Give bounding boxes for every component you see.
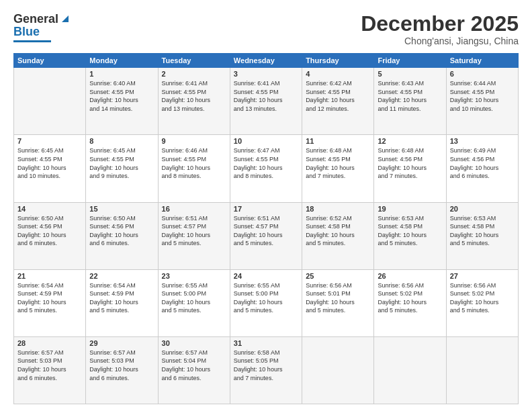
table-row: 13Sunrise: 6:49 AM Sunset: 4:56 PM Dayli…: [446, 135, 518, 202]
day-number: 29: [89, 339, 154, 347]
table-row: 2Sunrise: 6:41 AM Sunset: 4:55 PM Daylig…: [158, 68, 230, 135]
day-info: Sunrise: 6:51 AM Sunset: 4:57 PM Dayligh…: [162, 214, 226, 248]
day-number: 25: [306, 272, 370, 280]
day-number: 14: [17, 205, 82, 213]
day-number: 21: [17, 272, 82, 280]
table-row: 16Sunrise: 6:51 AM Sunset: 4:57 PM Dayli…: [158, 202, 230, 269]
day-number: 8: [89, 137, 154, 145]
logo-underline: [13, 40, 51, 42]
table-row: 9Sunrise: 6:46 AM Sunset: 4:55 PM Daylig…: [158, 135, 230, 202]
day-number: 18: [306, 205, 370, 213]
table-row: 1Sunrise: 6:40 AM Sunset: 4:55 PM Daylig…: [86, 68, 158, 135]
subtitle: Chong'ansi, Jiangsu, China: [361, 36, 519, 46]
day-number: 15: [89, 205, 154, 213]
header-monday: Monday: [86, 54, 158, 68]
day-number: 10: [234, 137, 298, 145]
day-info: Sunrise: 6:48 AM Sunset: 4:55 PM Dayligh…: [306, 146, 370, 180]
day-number: 23: [162, 272, 226, 280]
day-number: 5: [378, 70, 442, 78]
day-info: Sunrise: 6:43 AM Sunset: 4:55 PM Dayligh…: [378, 79, 442, 113]
day-info: Sunrise: 6:57 AM Sunset: 5:03 PM Dayligh…: [89, 349, 154, 382]
day-number: 28: [17, 339, 82, 347]
table-row: 12Sunrise: 6:48 AM Sunset: 4:56 PM Dayli…: [374, 135, 446, 202]
day-number: 20: [450, 205, 515, 213]
day-number: 9: [162, 137, 226, 145]
day-info: Sunrise: 6:41 AM Sunset: 4:55 PM Dayligh…: [162, 79, 226, 113]
day-info: Sunrise: 6:55 AM Sunset: 5:00 PM Dayligh…: [234, 281, 298, 315]
day-info: Sunrise: 6:44 AM Sunset: 4:55 PM Dayligh…: [450, 79, 515, 113]
day-info: Sunrise: 6:42 AM Sunset: 4:55 PM Dayligh…: [306, 79, 370, 113]
table-row: 26Sunrise: 6:56 AM Sunset: 5:02 PM Dayli…: [374, 269, 446, 336]
page: General Blue December 2025 Chong'ansi, J…: [0, 0, 532, 411]
day-info: Sunrise: 6:53 AM Sunset: 4:58 PM Dayligh…: [378, 214, 442, 248]
day-info: Sunrise: 6:51 AM Sunset: 4:57 PM Dayligh…: [234, 214, 298, 248]
day-number: 11: [306, 137, 370, 145]
day-info: Sunrise: 6:54 AM Sunset: 4:59 PM Dayligh…: [89, 281, 154, 315]
day-info: Sunrise: 6:53 AM Sunset: 4:58 PM Dayligh…: [450, 214, 515, 248]
day-info: Sunrise: 6:52 AM Sunset: 4:58 PM Dayligh…: [306, 214, 370, 248]
day-info: Sunrise: 6:56 AM Sunset: 5:02 PM Dayligh…: [378, 281, 442, 315]
day-number: 4: [306, 70, 370, 78]
header-friday: Friday: [374, 54, 446, 68]
day-number: 1: [89, 70, 154, 78]
title-section: December 2025 Chong'ansi, Jiangsu, China: [361, 12, 519, 46]
table-row: 23Sunrise: 6:55 AM Sunset: 5:00 PM Dayli…: [158, 269, 230, 336]
day-info: Sunrise: 6:50 AM Sunset: 4:56 PM Dayligh…: [89, 214, 154, 248]
table-row: [374, 336, 446, 404]
table-row: 30Sunrise: 6:57 AM Sunset: 5:04 PM Dayli…: [158, 336, 230, 404]
table-row: 5Sunrise: 6:43 AM Sunset: 4:55 PM Daylig…: [374, 68, 446, 135]
table-row: 31Sunrise: 6:58 AM Sunset: 5:05 PM Dayli…: [230, 336, 302, 404]
logo-general: General: [13, 12, 58, 26]
day-number: 31: [234, 339, 298, 347]
day-number: 7: [17, 137, 82, 145]
calendar-week-1: 7Sunrise: 6:45 AM Sunset: 4:55 PM Daylig…: [14, 135, 519, 202]
table-row: [14, 68, 86, 135]
calendar-table: Sunday Monday Tuesday Wednesday Thursday…: [13, 53, 519, 404]
day-number: 3: [234, 70, 298, 78]
day-info: Sunrise: 6:45 AM Sunset: 4:55 PM Dayligh…: [17, 146, 82, 180]
day-number: 26: [378, 272, 442, 280]
table-row: 29Sunrise: 6:57 AM Sunset: 5:03 PM Dayli…: [86, 336, 158, 404]
day-number: 13: [450, 137, 515, 145]
day-info: Sunrise: 6:56 AM Sunset: 5:02 PM Dayligh…: [450, 281, 515, 315]
day-number: 24: [234, 272, 298, 280]
day-info: Sunrise: 6:45 AM Sunset: 4:55 PM Dayligh…: [89, 146, 154, 180]
logo-blue: Blue: [13, 25, 40, 39]
table-row: 21Sunrise: 6:54 AM Sunset: 4:59 PM Dayli…: [14, 269, 86, 336]
day-info: Sunrise: 6:56 AM Sunset: 5:01 PM Dayligh…: [306, 281, 370, 315]
day-info: Sunrise: 6:47 AM Sunset: 4:55 PM Dayligh…: [234, 146, 298, 180]
header-thursday: Thursday: [302, 54, 374, 68]
table-row: 24Sunrise: 6:55 AM Sunset: 5:00 PM Dayli…: [230, 269, 302, 336]
table-row: 15Sunrise: 6:50 AM Sunset: 4:56 PM Dayli…: [86, 202, 158, 269]
table-row: 4Sunrise: 6:42 AM Sunset: 4:55 PM Daylig…: [302, 68, 374, 135]
month-title: December 2025: [361, 12, 519, 36]
calendar-week-4: 28Sunrise: 6:57 AM Sunset: 5:03 PM Dayli…: [14, 336, 519, 404]
table-row: 7Sunrise: 6:45 AM Sunset: 4:55 PM Daylig…: [14, 135, 86, 202]
table-row: 28Sunrise: 6:57 AM Sunset: 5:03 PM Dayli…: [14, 336, 86, 404]
calendar-week-0: 1Sunrise: 6:40 AM Sunset: 4:55 PM Daylig…: [14, 68, 519, 135]
table-row: [302, 336, 374, 404]
calendar-week-2: 14Sunrise: 6:50 AM Sunset: 4:56 PM Dayli…: [14, 202, 519, 269]
day-info: Sunrise: 6:57 AM Sunset: 5:03 PM Dayligh…: [17, 349, 82, 382]
table-row: 11Sunrise: 6:48 AM Sunset: 4:55 PM Dayli…: [302, 135, 374, 202]
day-number: 6: [450, 70, 515, 78]
table-row: 10Sunrise: 6:47 AM Sunset: 4:55 PM Dayli…: [230, 135, 302, 202]
day-number: 17: [234, 205, 298, 213]
day-info: Sunrise: 6:50 AM Sunset: 4:56 PM Dayligh…: [17, 214, 82, 248]
day-info: Sunrise: 6:41 AM Sunset: 4:55 PM Dayligh…: [234, 79, 298, 113]
day-info: Sunrise: 6:49 AM Sunset: 4:56 PM Dayligh…: [450, 146, 515, 180]
header-sunday: Sunday: [14, 54, 86, 68]
day-info: Sunrise: 6:46 AM Sunset: 4:55 PM Dayligh…: [162, 146, 226, 180]
header-saturday: Saturday: [446, 54, 518, 68]
weekday-header-row: Sunday Monday Tuesday Wednesday Thursday…: [14, 54, 519, 68]
table-row: 17Sunrise: 6:51 AM Sunset: 4:57 PM Dayli…: [230, 202, 302, 269]
day-number: 27: [450, 272, 515, 280]
svg-marker-0: [62, 15, 69, 22]
day-number: 30: [162, 339, 226, 347]
day-info: Sunrise: 6:48 AM Sunset: 4:56 PM Dayligh…: [378, 146, 442, 180]
header-tuesday: Tuesday: [158, 54, 230, 68]
table-row: 8Sunrise: 6:45 AM Sunset: 4:55 PM Daylig…: [86, 135, 158, 202]
table-row: [446, 336, 518, 404]
day-number: 2: [162, 70, 226, 78]
table-row: 22Sunrise: 6:54 AM Sunset: 4:59 PM Dayli…: [86, 269, 158, 336]
